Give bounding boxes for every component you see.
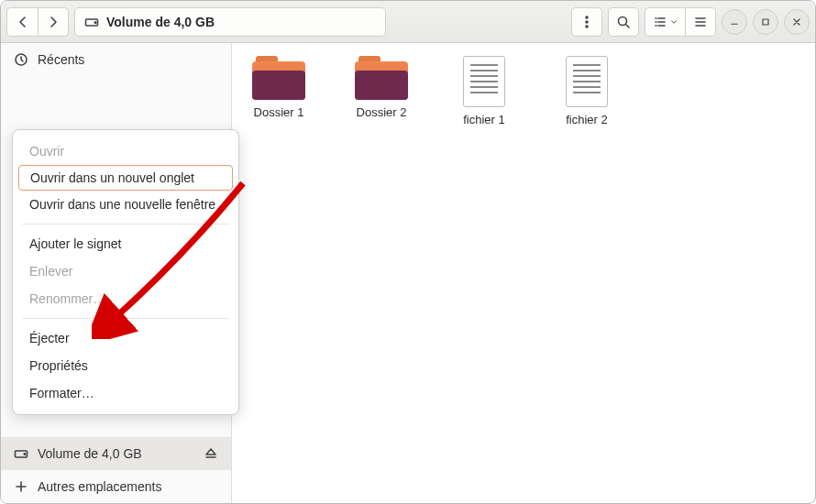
hamburger-icon [693,15,708,29]
drive-icon [84,15,99,29]
kebab-icon [579,15,594,29]
menu-item-remove: Enlever [13,257,238,285]
sidebar-item-recent[interactable]: Récents [1,43,231,76]
chevron-left-icon [16,15,30,29]
minimize-icon [729,16,740,27]
svg-point-5 [619,16,627,25]
file-label: Dossier 2 [357,105,407,119]
minimize-button[interactable] [722,9,747,35]
view-switcher [645,7,716,37]
sidebar-item-volume[interactable]: Volume de 4,0 GB [1,437,231,470]
context-menu: Ouvrir Ouvrir dans un nouvel onglet Ouvr… [12,129,239,415]
search-button[interactable] [608,7,639,37]
menu-item-open: Ouvrir [13,137,238,165]
svg-point-2 [586,16,588,18]
svg-rect-6 [763,19,768,25]
menu-item-format[interactable]: Formater… [13,379,238,407]
document-icon [566,56,608,107]
close-icon [791,16,802,27]
maximize-button[interactable] [753,9,778,35]
svg-point-4 [586,26,588,27]
list-icon [653,15,667,29]
body: Récents Volume de 4,0 GB Autres emplacem… [1,43,815,503]
sidebar-item-label: Récents [38,52,84,67]
file-item[interactable]: fichier 1 [445,56,524,126]
forward-button[interactable] [38,7,69,37]
menu-item-eject[interactable]: Éjecter [13,324,238,352]
folder-icon [252,56,305,100]
file-label: fichier 1 [463,113,505,126]
close-button[interactable] [784,9,810,35]
nav-buttons [6,7,69,37]
document-icon [463,56,505,107]
sidebar-item-label: Autres emplacements [38,479,161,494]
file-manager-window: Volume de 4,0 GB Récents Volume de 4,0 G… [0,0,816,504]
menu-item-bookmark[interactable]: Ajouter le signet [13,230,238,257]
svg-point-1 [94,21,96,23]
file-label: Dossier 1 [254,105,304,119]
hamburger-menu-button[interactable] [685,7,716,37]
headerbar: Volume de 4,0 GB [1,1,815,43]
maximize-icon [760,16,771,27]
plus-icon [14,479,28,494]
menu-item-rename: Renommer… [13,285,238,312]
menu-item-properties[interactable]: Propriétés [13,352,238,379]
svg-point-3 [586,21,588,23]
menu-item-open-window[interactable]: Ouvrir dans une nouvelle fenêtre [13,191,238,218]
actions-menu-button[interactable] [571,7,602,37]
sidebar-item-other-locations[interactable]: Autres emplacements [1,470,231,503]
path-bar[interactable]: Volume de 4,0 GB [74,7,386,37]
eject-icon[interactable] [204,446,218,461]
menu-separator [22,224,229,225]
chevron-right-icon [46,15,61,29]
list-view-button[interactable] [645,7,685,37]
search-icon [616,15,631,29]
chevron-down-icon [669,15,678,29]
back-button[interactable] [6,7,38,37]
folder-icon [355,56,408,100]
folder-item[interactable]: Dossier 1 [239,56,318,126]
svg-point-9 [24,454,26,455]
folder-item[interactable]: Dossier 2 [342,56,421,126]
file-grid: Dossier 1 Dossier 2 fichier 1 fichier 2 [232,43,815,503]
file-item[interactable]: fichier 2 [547,56,626,126]
menu-item-open-tab[interactable]: Ouvrir dans un nouvel onglet [18,165,233,191]
clock-icon [14,52,28,67]
file-label: fichier 2 [566,113,608,126]
path-label: Volume de 4,0 GB [106,15,215,29]
drive-icon [14,446,28,461]
menu-separator [22,318,229,319]
sidebar-item-label: Volume de 4,0 GB [38,446,142,461]
